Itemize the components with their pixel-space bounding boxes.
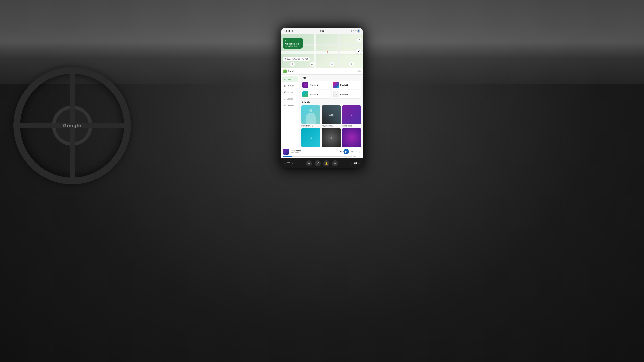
playlist-name-4-thumbnail: ♫ — [301, 128, 320, 147]
playlist-name-6-thumbnail — [342, 128, 361, 147]
playlist-name-2-thumbnail: ABSTRACT DESIGN — [322, 105, 340, 124]
volume-left-value: 70 — [287, 162, 290, 165]
queue-button[interactable]: ≡⊕ — [358, 70, 361, 73]
volume-right-minus-button[interactable]: − — [351, 162, 352, 165]
sidebar-item-settings[interactable]: ⚙ Settings — [282, 102, 298, 108]
playlist-name-1-label: Playlist name 1 — [301, 125, 313, 127]
playlist-name-item-5[interactable]: ◉ Playlist name 5 — [322, 128, 340, 147]
browse-area: Title Playlist 1 Playlist 2 — [299, 75, 363, 147]
map-location-pin: 📍 — [326, 51, 329, 54]
playlist-item-4[interactable]: ☺ Playlist 4 — [332, 90, 361, 98]
playlist-2-thumbnail — [333, 82, 339, 88]
avatar-icon: 👤 — [357, 29, 360, 33]
bottom-controls: − 70 + ⊞ 🎤 🔔 ⊕ − 70 + — [281, 158, 363, 168]
favorite-button[interactable]: ♡ — [354, 150, 358, 153]
sidebar-browse-label: Browse — [288, 85, 294, 87]
playlist-name-2-label: Playlist name 2 — [322, 125, 333, 127]
title-section-heading: Title — [301, 77, 361, 79]
map-section: 📍 ↑ Middlefield Rd toward Lowell Ave ✕ ✕… — [281, 34, 363, 68]
sidebar-item-search[interactable]: ⌕ Search — [282, 96, 298, 102]
map-search-button[interactable]: 🔍 — [330, 62, 334, 66]
main-content: ⌂ Home ◫ Browse ⊟ Library ⌕ Search ⚙ S — [281, 75, 363, 147]
track-name: Track name — [291, 150, 338, 152]
spoke-horizontal — [20, 123, 124, 128]
volume-right-plus-button[interactable]: + — [358, 162, 360, 165]
playlist-3-label: Playlist 3 — [310, 93, 318, 95]
signal-icon: ▌▌▌ — [286, 30, 290, 32]
time-total: 3:33 — [358, 156, 361, 157]
volume-left-plus-button[interactable]: + — [292, 162, 293, 165]
navigation-card: ↑ Middlefield Rd toward Lowell Ave — [282, 38, 303, 49]
nav-info-bar: ✕ 5 min · 1.7 mi 5:24 PM PDT — [282, 57, 310, 61]
thumb-person-figure — [301, 105, 320, 124]
spoke-vertical — [70, 74, 75, 178]
playlist-name-item-2[interactable]: ABSTRACT DESIGN Playlist name 2 — [322, 105, 340, 127]
now-playing-bar: Track name Artist name ⏮ ▶ ⏭ ♡ ∧ 0:24 / — [281, 147, 363, 158]
sidebar-settings-label: Settings — [288, 104, 294, 106]
nav-dismiss-button[interactable]: ✕ — [357, 38, 362, 42]
sidebar-item-home[interactable]: ⌂ Home — [282, 76, 298, 82]
volume-left-minus-button[interactable]: − — [284, 162, 286, 165]
play-pause-button[interactable]: ▶ — [344, 149, 349, 154]
temperature: 64° F — [351, 30, 356, 32]
app-logo-icon: ♪ — [283, 69, 286, 73]
playlist-name-3-thumbnail: ♪ — [342, 105, 361, 124]
mic-button[interactable]: 🎤 — [314, 160, 321, 166]
steering-wheel — [14, 67, 131, 184]
sidebar-library-label: Library — [288, 91, 293, 93]
map-controls: ⚙ ⇌ 🔍 ◎ — [282, 62, 362, 66]
app-header: ♪ Aural ≡⊕ — [281, 68, 363, 75]
app-logo: ♪ Aural — [283, 69, 294, 73]
volume-left-control: − 70 + — [284, 162, 293, 165]
wifi-button[interactable]: ⊕ — [332, 160, 338, 166]
skip-forward-button[interactable]: ⏭ — [350, 150, 353, 153]
sidebar-item-browse[interactable]: ◫ Browse — [282, 83, 298, 89]
progress-dot — [290, 156, 292, 157]
sidebar-home-label: Home — [287, 78, 292, 80]
artist-name: Artist name — [291, 152, 338, 154]
playlist-name-item-3[interactable]: ♪ Playlist name 3 — [342, 105, 361, 127]
playlist-item-2[interactable]: Playlist 2 — [332, 81, 361, 89]
map-settings-button[interactable]: ⚙ — [290, 62, 295, 66]
time-separator: / — [357, 156, 357, 157]
playlist-name-item-1[interactable]: Playlist name 1 — [301, 105, 320, 127]
browse-icon: ◫ — [284, 84, 286, 87]
volume-right-value: 70 — [354, 162, 357, 165]
bluetooth-icon: ✦ — [284, 30, 285, 32]
skip-back-button[interactable]: ⏮ — [339, 150, 342, 153]
sidebar-item-library[interactable]: ⊟ Library — [282, 89, 298, 95]
nav-info-close-button[interactable]: ✕ — [284, 58, 286, 60]
nav-street: Middlefield Rd — [285, 43, 300, 45]
status-right: 64° F 👤 — [351, 29, 360, 33]
search-icon: ⌕ — [284, 98, 286, 100]
status-left: ✦ ▌▌▌ ⚙ — [284, 30, 293, 32]
playlist-name-item-4[interactable]: ♫ Playlist name 4 — [301, 128, 320, 147]
grid-button[interactable]: ⊞ — [306, 160, 312, 166]
nav-direction-arrow: ↑ — [285, 39, 300, 42]
playlist-name-item-6[interactable]: Playlist name 6 — [342, 128, 361, 147]
playlist-1-label: Playlist 1 — [310, 84, 318, 86]
settings-icon: ⚙ — [292, 30, 293, 32]
map-road-horizontal — [281, 51, 363, 54]
status-bar: ✦ ▌▌▌ ⚙ 8:32 64° F 👤 — [281, 28, 363, 34]
map-mic-button[interactable]: 🎤 — [356, 48, 362, 54]
progress-bar[interactable] — [283, 156, 352, 157]
playlist-item-1[interactable]: Playlist 1 — [301, 81, 330, 89]
playlist-name-3-label: Playlist name 3 — [342, 125, 354, 127]
sidebar: ⌂ Home ◫ Browse ⊟ Library ⌕ Search ⚙ S — [281, 75, 299, 147]
app-name: Aural — [288, 70, 294, 72]
playlist-2-label: Playlist 2 — [340, 84, 348, 86]
expand-button[interactable]: ∧ — [359, 150, 361, 153]
map-route-button[interactable]: ⇌ — [310, 62, 314, 66]
center-control-buttons: ⊞ 🎤 🔔 ⊕ — [306, 160, 338, 166]
map-location-button[interactable]: ◎ — [349, 62, 354, 66]
time-elapsed: 0:24 — [353, 156, 356, 157]
settings-icon-sidebar: ⚙ — [284, 104, 286, 107]
now-playing-content: Track name Artist name ⏮ ▶ ⏭ ♡ ∧ — [283, 149, 361, 155]
playlist-4-label: Playlist 4 — [340, 93, 348, 95]
now-playing-thumbnail — [283, 149, 289, 155]
playlist-item-3[interactable]: Playlist 3 — [301, 90, 330, 98]
bell-button[interactable]: 🔔 — [323, 160, 330, 166]
device-screen: ✦ ▌▌▌ ⚙ 8:32 64° F 👤 📍 ↑ Middlefield Rd … — [281, 28, 363, 168]
app-area: ♪ Aural ≡⊕ ⌂ Home ◫ Browse ⊟ Library — [281, 68, 363, 158]
